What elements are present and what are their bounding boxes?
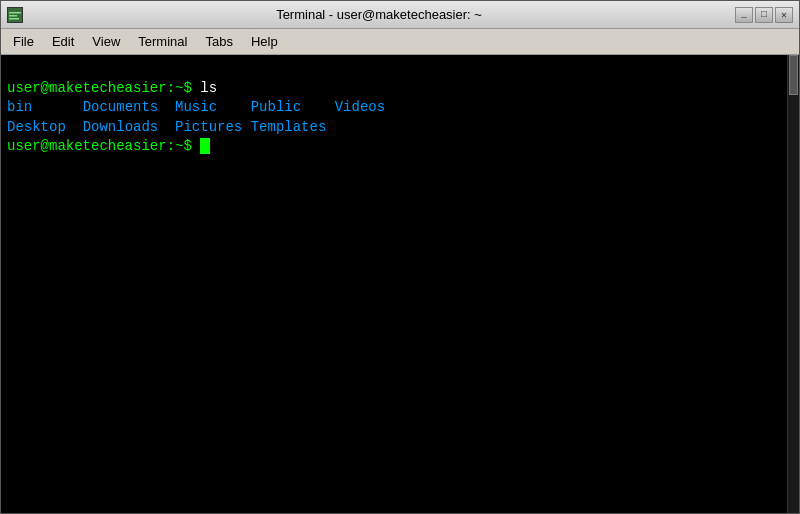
terminal-window: Terminal - user@maketecheasier: ~ _ □ ✕ … — [0, 0, 800, 514]
window-controls: _ □ ✕ — [735, 7, 793, 23]
ls-documents: Documents — [83, 99, 175, 115]
menu-tabs[interactable]: Tabs — [197, 32, 240, 51]
ls-templates: Templates — [251, 119, 327, 135]
ls-pictures: Pictures — [175, 119, 251, 135]
command-ls: ls — [200, 80, 217, 96]
minimize-button[interactable]: _ — [735, 7, 753, 23]
menu-terminal[interactable]: Terminal — [130, 32, 195, 51]
prompt-2: user@maketecheasier:~$ — [7, 138, 200, 154]
window-icon — [7, 7, 23, 23]
svg-rect-1 — [9, 12, 21, 14]
maximize-button[interactable]: □ — [755, 7, 773, 23]
scrollbar[interactable] — [787, 55, 799, 513]
cursor — [200, 138, 210, 154]
titlebar: Terminal - user@maketecheasier: ~ _ □ ✕ — [1, 1, 799, 29]
ls-downloads: Downloads — [83, 119, 175, 135]
svg-rect-2 — [9, 15, 17, 17]
window-title: Terminal - user@maketecheasier: ~ — [23, 7, 735, 22]
close-button[interactable]: ✕ — [775, 7, 793, 23]
menu-help[interactable]: Help — [243, 32, 286, 51]
ls-bin: bin — [7, 99, 83, 115]
menubar: File Edit View Terminal Tabs Help — [1, 29, 799, 55]
scrollbar-thumb[interactable] — [789, 55, 798, 95]
terminal-output: user@maketecheasier:~$ ls bin Documents … — [7, 59, 793, 177]
prompt-1: user@maketecheasier:~$ — [7, 80, 200, 96]
menu-file[interactable]: File — [5, 32, 42, 51]
menu-view[interactable]: View — [84, 32, 128, 51]
menu-edit[interactable]: Edit — [44, 32, 82, 51]
ls-videos: Videos — [335, 99, 385, 115]
ls-music: Music — [175, 99, 251, 115]
terminal-area[interactable]: user@maketecheasier:~$ ls bin Documents … — [1, 55, 799, 513]
ls-public: Public — [251, 99, 335, 115]
ls-desktop: Desktop — [7, 119, 83, 135]
svg-rect-3 — [9, 18, 19, 20]
